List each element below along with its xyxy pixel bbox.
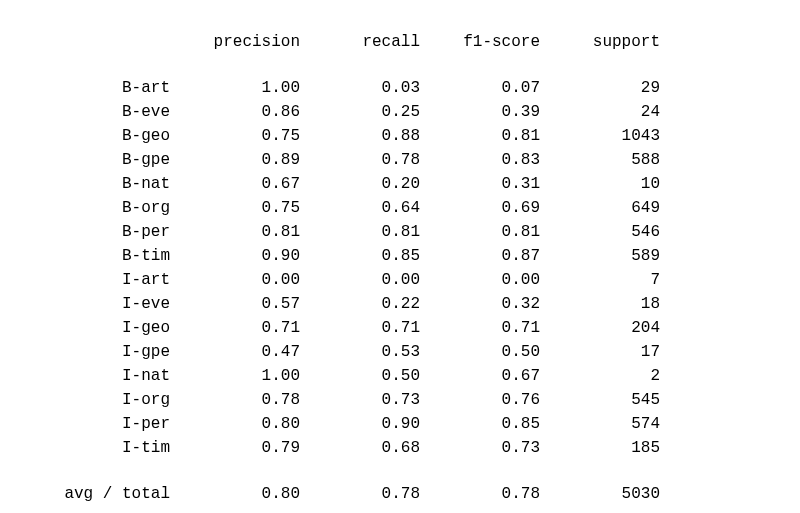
row-label: I-per: [40, 412, 180, 436]
row-precision: 0.47: [180, 340, 300, 364]
row-support: 185: [540, 436, 660, 460]
row-label: I-gpe: [40, 340, 180, 364]
row-label: I-art: [40, 268, 180, 292]
row-support: 7: [540, 268, 660, 292]
row-recall: 0.00: [300, 268, 420, 292]
row-precision: 0.89: [180, 148, 300, 172]
row-precision: 0.86: [180, 100, 300, 124]
table-row: B-geo0.750.880.811043: [40, 124, 660, 148]
row-f1: 0.81: [420, 124, 540, 148]
table-row: I-nat1.000.500.672: [40, 364, 660, 388]
row-f1: 0.76: [420, 388, 540, 412]
row-support: 24: [540, 100, 660, 124]
summary-support: 5030: [540, 482, 660, 506]
row-precision: 1.00: [180, 364, 300, 388]
header-recall: recall: [300, 30, 420, 54]
table-row: B-tim0.900.850.87589: [40, 244, 660, 268]
table-row: I-org0.780.730.76545: [40, 388, 660, 412]
row-label: I-geo: [40, 316, 180, 340]
table-row: B-org0.750.640.69649: [40, 196, 660, 220]
row-precision: 0.00: [180, 268, 300, 292]
summary-recall: 0.78: [300, 482, 420, 506]
row-recall: 0.85: [300, 244, 420, 268]
row-label: B-geo: [40, 124, 180, 148]
row-precision: 0.80: [180, 412, 300, 436]
row-recall: 0.73: [300, 388, 420, 412]
row-recall: 0.53: [300, 340, 420, 364]
table-row: B-gpe0.890.780.83588: [40, 148, 660, 172]
row-recall: 0.20: [300, 172, 420, 196]
row-support: 17: [540, 340, 660, 364]
row-f1: 0.50: [420, 340, 540, 364]
row-recall: 0.68: [300, 436, 420, 460]
table-row: B-nat0.670.200.3110: [40, 172, 660, 196]
row-label: B-nat: [40, 172, 180, 196]
row-recall: 0.22: [300, 292, 420, 316]
table-row: I-eve0.570.220.3218: [40, 292, 660, 316]
row-label: B-tim: [40, 244, 180, 268]
summary-row: avg / total 0.80 0.78 0.78 5030: [40, 482, 660, 506]
row-support: 589: [540, 244, 660, 268]
row-recall: 0.25: [300, 100, 420, 124]
table-row: I-gpe0.470.530.5017: [40, 340, 660, 364]
table-row: B-per0.810.810.81546: [40, 220, 660, 244]
row-precision: 0.79: [180, 436, 300, 460]
row-support: 588: [540, 148, 660, 172]
summary-precision: 0.80: [180, 482, 300, 506]
row-recall: 0.78: [300, 148, 420, 172]
row-f1: 0.32: [420, 292, 540, 316]
row-precision: 0.75: [180, 196, 300, 220]
row-support: 546: [540, 220, 660, 244]
summary-label: avg / total: [40, 482, 180, 506]
row-f1: 0.07: [420, 76, 540, 100]
row-precision: 0.67: [180, 172, 300, 196]
row-label: B-art: [40, 76, 180, 100]
table-row: B-eve0.860.250.3924: [40, 100, 660, 124]
row-f1: 0.00: [420, 268, 540, 292]
classification-report-table: precision recall f1-score support B-art1…: [40, 30, 660, 506]
row-support: 2: [540, 364, 660, 388]
row-recall: 0.03: [300, 76, 420, 100]
row-f1: 0.81: [420, 220, 540, 244]
row-support: 1043: [540, 124, 660, 148]
table-row: I-art0.000.000.007: [40, 268, 660, 292]
row-support: 574: [540, 412, 660, 436]
row-precision: 0.81: [180, 220, 300, 244]
row-f1: 0.85: [420, 412, 540, 436]
row-f1: 0.71: [420, 316, 540, 340]
row-support: 649: [540, 196, 660, 220]
row-support: 18: [540, 292, 660, 316]
header-f1: f1-score: [420, 30, 540, 54]
row-precision: 1.00: [180, 76, 300, 100]
header-empty: [40, 30, 180, 54]
row-precision: 0.90: [180, 244, 300, 268]
row-f1: 0.87: [420, 244, 540, 268]
table-row: I-per0.800.900.85574: [40, 412, 660, 436]
row-recall: 0.88: [300, 124, 420, 148]
header-support: support: [540, 30, 660, 54]
row-label: B-per: [40, 220, 180, 244]
row-f1: 0.67: [420, 364, 540, 388]
row-precision: 0.78: [180, 388, 300, 412]
header-precision: precision: [180, 30, 300, 54]
row-label: I-org: [40, 388, 180, 412]
row-label: I-nat: [40, 364, 180, 388]
row-label: I-tim: [40, 436, 180, 460]
row-f1: 0.31: [420, 172, 540, 196]
row-label: B-eve: [40, 100, 180, 124]
table-row: I-tim0.790.680.73185: [40, 436, 660, 460]
row-f1: 0.83: [420, 148, 540, 172]
row-label: B-org: [40, 196, 180, 220]
row-label: I-eve: [40, 292, 180, 316]
row-recall: 0.64: [300, 196, 420, 220]
summary-f1: 0.78: [420, 482, 540, 506]
row-precision: 0.57: [180, 292, 300, 316]
row-f1: 0.73: [420, 436, 540, 460]
row-recall: 0.90: [300, 412, 420, 436]
row-label: B-gpe: [40, 148, 180, 172]
row-precision: 0.71: [180, 316, 300, 340]
table-row: I-geo0.710.710.71204: [40, 316, 660, 340]
row-f1: 0.39: [420, 100, 540, 124]
row-recall: 0.71: [300, 316, 420, 340]
table-row: B-art1.000.030.0729: [40, 76, 660, 100]
